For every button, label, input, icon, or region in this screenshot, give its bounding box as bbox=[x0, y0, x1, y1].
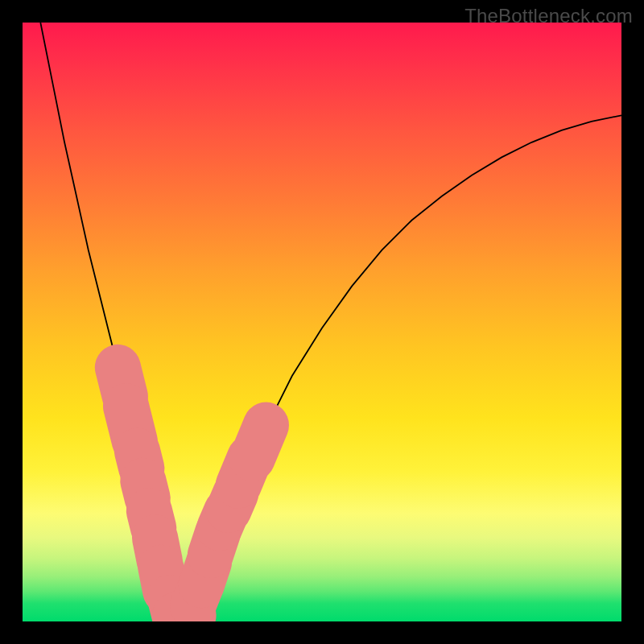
chart-plot-area bbox=[23, 23, 621, 621]
bottleneck-curve bbox=[40, 23, 621, 616]
chart-svg bbox=[23, 23, 621, 621]
chart-frame: TheBottleneck.com bbox=[0, 0, 644, 644]
marker-layer bbox=[90, 340, 296, 621]
